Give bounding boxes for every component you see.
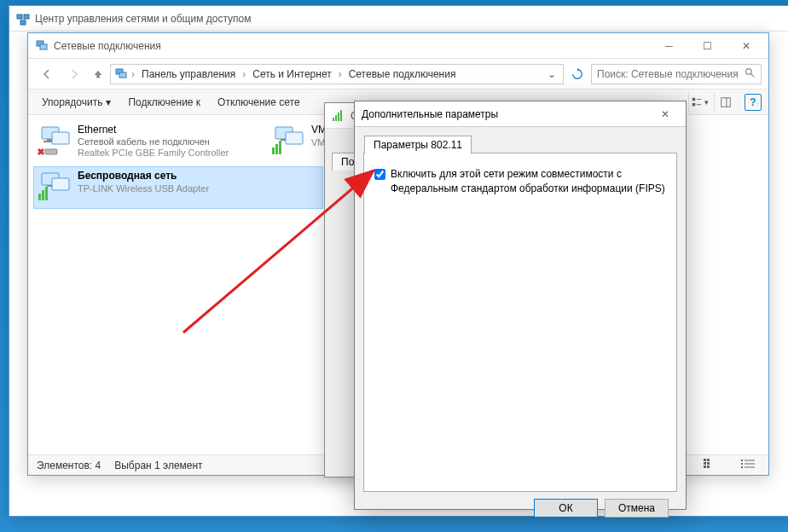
breadcrumb-icon <box>114 67 128 81</box>
network-item-ethernet[interactable]: Ethernet Сетевой кабель не подключен Rea… <box>33 120 264 163</box>
svg-point-9 <box>746 68 752 74</box>
connection-device: Realtek PCIe GBE Family Controller <box>78 147 229 158</box>
window-title: Центр управления сетями и общим доступом <box>35 13 788 25</box>
selection-count: Выбран 1 элемент <box>114 460 202 471</box>
svg-rect-2 <box>20 20 26 25</box>
navigation-bar: › Панель управления › Сеть и Интернет › … <box>28 59 768 90</box>
connect-menu[interactable]: Подключение к <box>121 93 207 112</box>
network-connections-icon <box>35 39 49 53</box>
connection-name: Беспроводная сеть <box>78 170 209 182</box>
cancel-button[interactable]: Отмена <box>605 499 669 518</box>
svg-rect-49 <box>340 110 342 121</box>
svg-rect-47 <box>335 115 337 121</box>
window-controls: ─ ☐ ✕ <box>650 34 765 58</box>
svg-rect-46 <box>333 118 334 121</box>
titlebar[interactable]: Дополнительные параметры ✕ <box>355 101 686 127</box>
organize-menu[interactable]: Упорядочить ▾ <box>35 93 118 112</box>
additional-params-window: Дополнительные параметры ✕ Параметры 802… <box>354 101 687 510</box>
ok-button[interactable]: ОК <box>534 499 598 518</box>
minimize-button[interactable]: ─ <box>650 34 688 58</box>
svg-rect-38 <box>704 466 706 468</box>
search-input[interactable] <box>597 68 745 80</box>
svg-rect-27 <box>279 141 281 154</box>
svg-rect-31 <box>38 194 41 200</box>
ethernet-icon <box>37 124 71 158</box>
close-button[interactable]: ✕ <box>648 102 682 126</box>
connection-device: TP-LINK Wireless USB Adapter <box>78 183 209 194</box>
breadcrumb-item[interactable]: Сетевые подключения <box>345 68 460 80</box>
svg-rect-36 <box>704 462 706 465</box>
svg-rect-33 <box>45 187 48 200</box>
fips-checkbox[interactable] <box>374 169 385 180</box>
svg-rect-1 <box>24 14 29 19</box>
vmware-icon <box>270 124 304 158</box>
svg-rect-48 <box>338 113 339 121</box>
wifi-signal-icon <box>332 109 345 123</box>
disable-menu[interactable]: Отключение сете <box>211 93 307 112</box>
svg-rect-44 <box>741 466 743 468</box>
up-button[interactable] <box>90 62 107 86</box>
svg-rect-25 <box>272 147 275 154</box>
breadcrumb-separator: › <box>130 68 136 80</box>
svg-rect-37 <box>707 462 710 465</box>
refresh-button[interactable] <box>567 64 588 84</box>
chevron-down-icon: ▾ <box>106 96 111 108</box>
svg-rect-8 <box>119 72 126 78</box>
svg-rect-39 <box>707 466 710 468</box>
fips-label[interactable]: Включить для этой сети режим совместимос… <box>391 167 666 196</box>
back-button[interactable] <box>35 62 59 86</box>
list-view-icon[interactable] <box>736 459 760 471</box>
search-icon <box>745 67 756 81</box>
svg-rect-0 <box>17 14 22 19</box>
search-box[interactable] <box>591 64 762 84</box>
svg-rect-26 <box>275 144 278 154</box>
breadcrumb-dropdown[interactable]: ⌄ <box>544 68 559 80</box>
titlebar[interactable]: Центр управления сетями и общим доступом… <box>9 6 788 32</box>
svg-rect-24 <box>286 132 303 144</box>
forward-button[interactable] <box>62 62 86 86</box>
svg-line-10 <box>750 73 754 77</box>
tab-80211[interactable]: Параметры 802.11 <box>364 136 472 154</box>
svg-rect-30 <box>52 178 69 190</box>
svg-rect-15 <box>721 97 730 107</box>
tab-panel: Параметры 802.11 Включить для этой сети … <box>363 153 677 492</box>
preview-pane-button[interactable] <box>714 92 736 113</box>
svg-rect-40 <box>741 460 743 461</box>
connection-name: Ethernet <box>78 124 229 136</box>
wireless-icon <box>37 170 71 204</box>
svg-rect-35 <box>707 459 710 461</box>
fips-checkbox-row: Включить для этой сети режим совместимос… <box>374 167 666 196</box>
svg-rect-11 <box>692 97 696 101</box>
breadcrumb-separator: › <box>337 68 344 80</box>
svg-rect-20 <box>52 132 69 144</box>
maximize-button[interactable]: ☐ <box>688 34 727 58</box>
help-button[interactable]: ? <box>745 94 762 111</box>
breadcrumb-item[interactable]: Панель управления <box>138 68 239 80</box>
svg-rect-12 <box>692 102 696 106</box>
breadcrumb-separator: › <box>240 68 247 80</box>
svg-rect-32 <box>42 190 44 200</box>
close-button[interactable]: ✕ <box>727 34 765 58</box>
breadcrumb[interactable]: › Панель управления › Сеть и Интернет › … <box>110 64 564 84</box>
connection-status: Сетевой кабель не подключен <box>78 136 229 147</box>
breadcrumb-item[interactable]: Сеть и Интернет <box>249 68 334 80</box>
window-title: Дополнительные параметры <box>362 108 648 120</box>
network-center-icon <box>16 12 30 26</box>
svg-rect-6 <box>40 44 47 49</box>
view-options-button[interactable]: ▾ <box>688 92 710 113</box>
window-title: Сетевые подключения <box>54 40 650 52</box>
item-count: Элементов: 4 <box>37 460 101 471</box>
details-view-icon[interactable] <box>698 459 722 471</box>
svg-rect-21 <box>45 149 57 154</box>
svg-rect-42 <box>741 463 743 465</box>
network-item-wireless[interactable]: Беспроводная сеть TP-LINK Wireless USB A… <box>33 166 323 209</box>
titlebar[interactable]: Сетевые подключения ─ ☐ ✕ <box>28 33 768 59</box>
svg-rect-34 <box>704 459 706 461</box>
